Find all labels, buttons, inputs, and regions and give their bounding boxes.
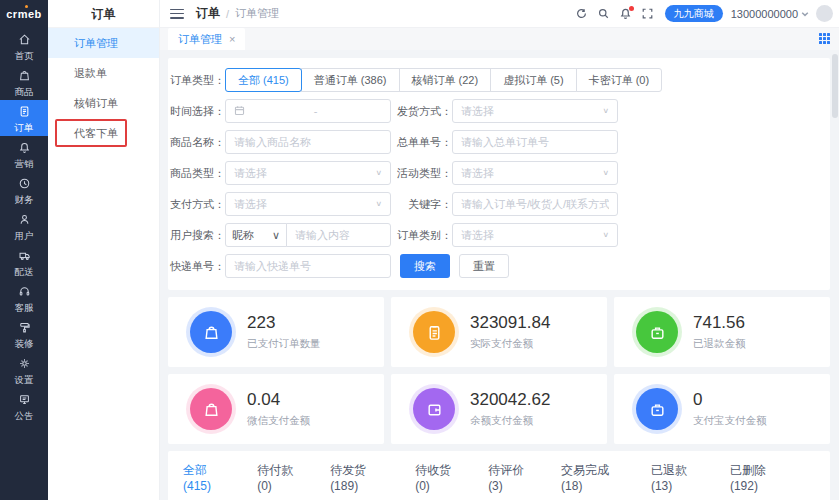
sidebar-item-decorate[interactable]: 装修 [0,316,48,352]
sidebar-item-finance[interactable]: 财务 [0,172,48,208]
sidebar-item-label: 配送 [15,267,34,277]
search-button[interactable]: 搜索 [400,254,450,278]
stat-value: 0 [693,390,767,410]
sidebar-item-notice[interactable]: 公告 [0,388,48,424]
account-menu[interactable]: 13000000000 [731,8,809,20]
order-stats: 223 已支付订单数量 323091.84 实际支付金额 741.56 已退款金… [168,297,830,444]
status-tab-unreceived[interactable]: 待收货(0) [415,451,461,500]
avatar[interactable] [816,5,833,22]
activity-type-select[interactable]: 请选择 ∨ [452,161,618,185]
app-logo-text: crmeb [6,8,42,20]
order-status-tabs: 全部(415) 待付款(0) 待发货(189) 待收货(0) 待评价(3) 交易… [183,451,815,500]
stat-value: 323091.84 [470,313,550,333]
logo-dot [25,5,28,8]
breadcrumb-root[interactable]: 订单 [196,5,220,22]
submenu-title: 订单 [48,0,159,28]
sidebar-item-home[interactable]: 首页 [0,28,48,64]
order-category-select[interactable]: 请选择 ∨ [452,223,618,247]
chevron-down-icon: ∨ [602,231,609,239]
express-no-input[interactable] [234,260,382,272]
sidebar-item-users[interactable]: 用户 [0,208,48,244]
delivery-method-select[interactable]: 请选择 ∨ [452,99,618,123]
shop-name-badge[interactable]: 九九商城 [665,5,723,22]
main-content: 订单类型： 全部 (415) 普通订单 (386) 核销订单 (22) 虚拟订单… [160,50,839,500]
status-tab-unreviewed[interactable]: 待评价(3) [488,451,534,500]
sidebar-item-settings[interactable]: 设置 [0,352,48,388]
page-tab-bar: 订单管理 × [160,28,839,50]
sidebar-item-service[interactable]: 客服 [0,280,48,316]
chevron-down-icon: ∨ [602,169,609,177]
headset-icon [18,284,31,302]
stat-card-paid-orders: 223 已支付订单数量 [168,297,384,367]
stat-value: 320042.62 [470,390,550,410]
tab-order-manage[interactable]: 订单管理 × [168,28,245,50]
date-range-separator: - [249,105,382,117]
stat-label: 余额支付金额 [470,414,550,428]
order-type-writeoff-button[interactable]: 核销订单 (22) [399,68,492,92]
user-search-type-select[interactable]: 昵称 ∨ [225,223,287,247]
collapse-menu-icon[interactable] [170,9,184,19]
master-order-input[interactable] [461,136,609,148]
chevron-down-icon [801,8,809,20]
product-name-input[interactable] [234,136,382,148]
user-search-label: 用户搜索： [168,228,225,243]
sidebar-item-orders[interactable]: 订单 [0,100,48,136]
tab-options-grid-icon[interactable] [819,33,830,44]
user-search-input[interactable] [295,229,382,241]
stat-label: 实际支付金额 [470,337,550,351]
submenu-item-order-manage[interactable]: 订单管理 [48,28,159,58]
product-type-select[interactable]: 请选择 ∨ [225,161,391,185]
notification-bell-icon[interactable] [615,3,637,25]
status-tab-all[interactable]: 全部(415) [183,451,230,500]
notification-badge [629,6,634,11]
pay-method-select[interactable]: 请选择 ∨ [225,192,391,216]
wallet-icon [413,388,455,430]
submenu-item-refund[interactable]: 退款单 [48,58,159,88]
sidebar-item-delivery[interactable]: 配送 [0,244,48,280]
order-type-group: 全部 (415) 普通订单 (386) 核销订单 (22) 虚拟订单 (5) 卡… [225,68,662,92]
breadcrumb-current: 订单管理 [235,6,279,21]
date-range-picker[interactable]: - [225,99,391,123]
close-icon[interactable]: × [229,33,235,45]
truck-icon [18,248,31,266]
clipboard-icon [413,311,455,353]
bag-icon [190,388,232,430]
refresh-icon[interactable] [571,3,593,25]
order-type-all-button[interactable]: 全部 (415) [225,68,302,92]
order-type-normal-button[interactable]: 普通订单 (386) [301,68,400,92]
stat-value: 741.56 [693,313,746,333]
order-file-icon [18,104,31,122]
sidebar-item-label: 装修 [15,339,34,349]
breadcrumb-separator: / [226,8,229,20]
search-icon[interactable] [593,3,615,25]
status-tab-completed[interactable]: 交易完成(18) [561,451,624,500]
status-tab-unshipped[interactable]: 待发货(189) [330,451,388,500]
app-logo[interactable]: crmeb [0,0,48,28]
fullscreen-icon[interactable] [637,3,659,25]
reset-button[interactable]: 重置 [459,254,509,278]
submenu-item-proxy-order[interactable]: 代客下单 [48,118,159,148]
paint-roller-icon [18,320,31,338]
status-tab-refunded[interactable]: 已退款(13) [651,451,703,500]
order-type-label: 订单类型： [168,73,225,88]
user-icon [18,212,31,230]
sidebar-item-goods[interactable]: 商品 [0,64,48,100]
account-phone: 13000000000 [731,8,798,20]
submenu-item-writeoff[interactable]: 核销订单 [48,88,159,118]
user-search-field-wrap [286,223,391,247]
product-name-label: 商品名称： [168,135,225,150]
order-type-card-button[interactable]: 卡密订单 (0) [576,68,663,92]
vertical-scrollbar[interactable] [832,54,838,118]
order-type-virtual-button[interactable]: 虚拟订单 (5) [490,68,577,92]
master-order-field-wrap [452,130,618,154]
status-tab-unpaid[interactable]: 待付款(0) [257,451,303,500]
stat-card-actual-paid: 323091.84 实际支付金额 [391,297,607,367]
keyword-input[interactable] [461,198,609,210]
activity-type-label: 活动类型： [391,166,452,181]
status-tab-deleted[interactable]: 已删除(192) [730,451,788,500]
chevron-down-icon: ∨ [272,229,280,242]
home-icon [18,32,31,50]
sidebar-item-label: 用户 [15,231,34,241]
sidebar-item-marketing[interactable]: 营销 [0,136,48,172]
topbar: 订单 / 订单管理 九九商城 13000000000 [160,0,839,28]
